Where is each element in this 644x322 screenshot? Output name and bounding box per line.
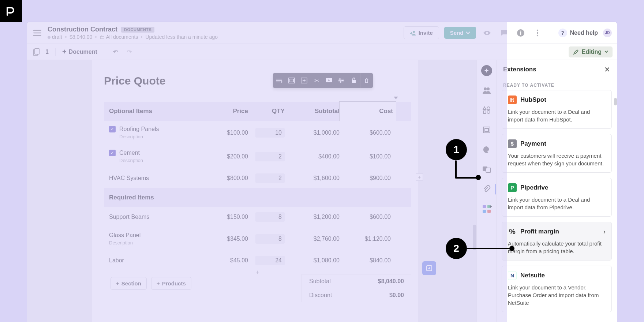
brand-logo bbox=[0, 0, 22, 22]
user-avatar[interactable]: JD bbox=[603, 29, 612, 37]
strip-palette-icon[interactable] bbox=[481, 144, 492, 155]
pricing-table[interactable]: Optional Items Price QTY Subtotal Cost ✓… bbox=[104, 102, 411, 302]
table-row[interactable]: Labor $45.00 24 $1,080.00 $840.00 bbox=[104, 251, 411, 270]
svg-point-16 bbox=[340, 81, 341, 83]
extension-card-profit-margin[interactable]: %Profit margin› Automatically calculate … bbox=[502, 222, 612, 261]
help-button[interactable]: ? Need help bbox=[558, 29, 598, 37]
document-meta: draft $8,040.00 🗀 All documents Updated … bbox=[48, 34, 218, 40]
svg-point-7 bbox=[536, 34, 538, 36]
info-icon[interactable] bbox=[515, 27, 527, 39]
tool-insert-row-icon[interactable] bbox=[273, 73, 285, 88]
strip-translate-icon[interactable] bbox=[481, 164, 492, 175]
chevron-right-icon: › bbox=[603, 228, 606, 236]
checkbox-icon[interactable]: ✓ bbox=[109, 126, 116, 132]
annotation-line bbox=[455, 160, 457, 179]
strip-attach-icon[interactable] bbox=[481, 184, 492, 195]
redo-icon[interactable]: ↷ bbox=[125, 47, 134, 57]
folder-label[interactable]: All documents bbox=[106, 34, 138, 40]
svg-point-5 bbox=[536, 29, 538, 31]
table-row[interactable]: ✓ Roofing PanelsDescription $100.00 10 $… bbox=[104, 121, 411, 145]
strip-add-icon[interactable]: + bbox=[481, 65, 492, 76]
document-title[interactable]: Construction Contract bbox=[48, 26, 117, 33]
page-count: 1 bbox=[45, 49, 49, 55]
extensions-panel: Extensions ✕ READY TO ACTIVATE ℍHubSpot … bbox=[496, 60, 617, 322]
svg-rect-9 bbox=[35, 49, 39, 54]
svg-point-15 bbox=[342, 80, 343, 81]
col-subtotal-label: Subtotal bbox=[285, 108, 340, 115]
chat-icon[interactable] bbox=[498, 27, 510, 39]
col-optional-label: Optional Items bbox=[109, 108, 204, 115]
menu-button[interactable] bbox=[32, 28, 42, 38]
toolbar: 1 + Document ↶ ↷ Editing bbox=[27, 44, 617, 60]
document-canvas[interactable]: Price Quote ✂ Optional bbox=[27, 60, 476, 322]
amount-label: $8,040.00 bbox=[70, 34, 92, 40]
panel-scrollbar[interactable] bbox=[614, 98, 617, 105]
tool-cut-icon[interactable]: ✂ bbox=[310, 73, 323, 88]
svg-point-19 bbox=[484, 87, 487, 90]
svg-point-23 bbox=[487, 111, 490, 113]
extension-card-pipedrive[interactable]: PPipedrive Link your document to a Deal … bbox=[502, 178, 612, 217]
svg-rect-11 bbox=[290, 79, 293, 82]
tool-lock-icon[interactable] bbox=[348, 73, 360, 88]
table-row[interactable]: Support Beams $150.00 8 $1,200.00 $600.0… bbox=[104, 207, 411, 227]
add-column-icon[interactable]: + bbox=[416, 173, 423, 181]
app-frame: Construction Contract DOCUMENTS draft $8… bbox=[27, 22, 617, 322]
table-row[interactable]: ✓ CementDescription $200.00 2 $400.00 $1… bbox=[104, 145, 411, 168]
table-row[interactable]: Glass PanelDescription $345.00 8 $2,760.… bbox=[104, 227, 411, 251]
totals-block: Subtotal$8,040.00 Discount$0.00 bbox=[302, 274, 411, 302]
add-products-button[interactable]: +Products bbox=[151, 277, 191, 290]
tool-settings-icon[interactable] bbox=[335, 73, 348, 88]
svg-point-14 bbox=[339, 78, 341, 80]
undo-icon[interactable]: ↶ bbox=[111, 47, 120, 57]
annotation-node bbox=[509, 246, 514, 251]
svg-rect-22 bbox=[483, 111, 486, 113]
close-icon[interactable]: ✕ bbox=[604, 65, 610, 74]
pages-icon[interactable] bbox=[31, 47, 41, 57]
svg-point-4 bbox=[520, 30, 521, 31]
annotation-marker-2: 2 bbox=[446, 238, 467, 259]
extension-card-hubspot[interactable]: ℍHubSpot Link your document to a Deal an… bbox=[502, 90, 612, 129]
annotation-node bbox=[476, 175, 481, 180]
add-document-button[interactable]: + Document bbox=[62, 48, 97, 56]
strip-frame-icon[interactable] bbox=[481, 124, 492, 135]
add-section-button[interactable]: +Section bbox=[111, 277, 147, 290]
invite-button[interactable]: Invite bbox=[404, 26, 439, 39]
add-block-button[interactable] bbox=[422, 261, 436, 275]
svg-point-21 bbox=[487, 107, 490, 110]
svg-rect-3 bbox=[520, 32, 521, 35]
tool-delete-icon[interactable] bbox=[360, 73, 373, 88]
tool-add-column-icon[interactable] bbox=[298, 73, 310, 88]
updated-label: Updated less than a minute ago bbox=[145, 34, 218, 40]
svg-rect-24 bbox=[483, 127, 490, 133]
scrollbar[interactable] bbox=[473, 225, 476, 250]
mode-dropdown[interactable]: Editing bbox=[569, 46, 613, 57]
table-toolbar[interactable]: ✂ bbox=[273, 73, 373, 88]
status-label: draft bbox=[52, 34, 62, 40]
table-row[interactable]: HVAC Systems $800.00 2 $1,600.00 $900.00 bbox=[104, 168, 411, 188]
extensions-title: Extensions bbox=[503, 66, 536, 73]
svg-point-20 bbox=[487, 87, 490, 90]
extensions-section-label: READY TO ACTIVATE bbox=[497, 79, 617, 90]
svg-rect-17 bbox=[352, 80, 356, 83]
send-button[interactable]: Send bbox=[444, 27, 476, 39]
preview-icon[interactable] bbox=[481, 27, 493, 39]
annotation-line bbox=[455, 177, 477, 179]
svg-point-1 bbox=[486, 32, 488, 34]
strip-extensions-icon[interactable]: + bbox=[481, 203, 492, 214]
annotation-marker-1: 1 bbox=[446, 139, 467, 160]
col-qty-label: QTY bbox=[248, 108, 285, 115]
col-cost-label[interactable]: Cost bbox=[340, 102, 396, 121]
col-price-label: Price bbox=[204, 108, 248, 115]
document-page[interactable]: Price Quote ✂ Optional bbox=[92, 60, 418, 322]
strip-people-icon[interactable] bbox=[481, 85, 492, 96]
extension-card-payment[interactable]: $Payment Your customers will receive a p… bbox=[502, 134, 612, 173]
add-row-icon[interactable]: + bbox=[256, 269, 259, 276]
annotation-line bbox=[467, 248, 511, 249]
more-icon[interactable] bbox=[532, 27, 543, 39]
svg-rect-25 bbox=[485, 128, 488, 131]
strip-shapes-icon[interactable] bbox=[481, 105, 492, 116]
tool-layout-icon[interactable] bbox=[285, 73, 298, 88]
tool-note-icon[interactable] bbox=[323, 73, 335, 88]
extension-card-netsuite[interactable]: NNetsuite Link your document to a Vendor… bbox=[502, 266, 612, 312]
checkbox-icon[interactable]: ✓ bbox=[109, 150, 116, 156]
